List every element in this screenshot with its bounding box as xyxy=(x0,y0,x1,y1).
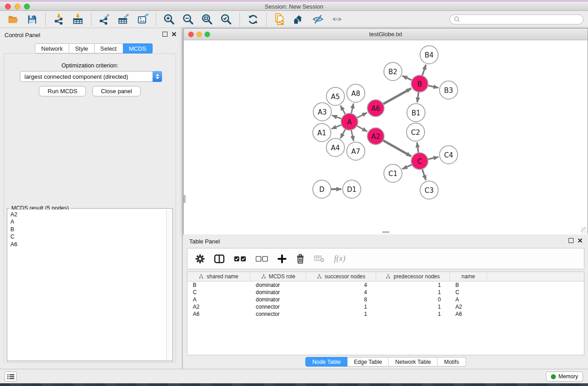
document-network-icon xyxy=(274,13,286,25)
table-row[interactable]: A6connector11A6 xyxy=(187,310,584,318)
task-history-button[interactable] xyxy=(5,372,17,381)
graph-node-D[interactable]: D xyxy=(313,180,331,198)
window-resize-grip[interactable] xyxy=(581,227,587,234)
graph-node-B1[interactable]: B1 xyxy=(407,104,425,122)
close-panel-icon[interactable] xyxy=(172,32,177,37)
refresh-view-button[interactable] xyxy=(245,12,261,27)
fit-content-button[interactable] xyxy=(200,12,215,27)
import-table-button[interactable] xyxy=(70,12,86,27)
network-canvas[interactable]: B4B2BB3A5A8A6B1A3AC2A1A2A4A7C4CC1C3DD1 xyxy=(184,40,588,234)
run-mcds-button[interactable]: Run MCDS xyxy=(39,86,86,96)
column-header-mcds-role[interactable]: MCDS role xyxy=(250,272,306,281)
graph-node-B2[interactable]: B2 xyxy=(384,62,402,81)
zoom-out-button[interactable] xyxy=(181,12,196,27)
deselect-all-columns-button[interactable] xyxy=(256,256,268,262)
svg-text:B: B xyxy=(417,80,422,88)
graph-node-C3[interactable]: C3 xyxy=(420,181,438,199)
unchecked-boxes-icon xyxy=(256,256,268,262)
import-network-button[interactable] xyxy=(51,12,67,27)
float-table-panel-button[interactable] xyxy=(569,238,574,243)
graph-node-C2[interactable]: C2 xyxy=(406,123,425,141)
table-panel-title: Table Panel xyxy=(189,238,220,245)
import-table-icon xyxy=(72,14,84,25)
memory-button[interactable]: Memory xyxy=(546,372,583,381)
tab-network[interactable]: Network xyxy=(35,43,69,53)
tab-mcds[interactable]: MCDS xyxy=(123,43,153,53)
mcds-result-item[interactable]: A6 xyxy=(8,241,166,248)
column-header-successor-nodes[interactable]: successor nodes xyxy=(306,272,376,281)
mcds-result-item[interactable]: C xyxy=(8,233,166,240)
graph-node-C[interactable]: C xyxy=(411,153,428,170)
graph-node-A2[interactable]: A2 xyxy=(368,128,384,145)
list-icon xyxy=(7,373,15,380)
zoom-in-button[interactable] xyxy=(162,12,177,27)
tab-select[interactable]: Select xyxy=(95,43,123,53)
graph-node-A7[interactable]: A7 xyxy=(347,142,365,160)
graph-node-A4[interactable]: A4 xyxy=(326,138,344,157)
column-header-name[interactable]: name xyxy=(450,272,487,281)
export-network-button[interactable] xyxy=(97,12,112,27)
graph-node-A3[interactable]: A3 xyxy=(313,103,331,121)
mcds-result-item[interactable]: A2 xyxy=(8,211,166,218)
criterion-select[interactable]: largest connected component (directed) xyxy=(20,71,162,82)
columns-icon xyxy=(214,254,225,263)
network-from-document-button[interactable] xyxy=(272,12,287,27)
open-file-button[interactable] xyxy=(5,12,21,27)
function-builder-button[interactable]: f(x) xyxy=(334,254,345,263)
delete-column-button[interactable] xyxy=(296,254,305,264)
table-cell: 4 xyxy=(306,289,376,296)
column-header-shared-name[interactable]: shared name xyxy=(187,272,250,281)
svg-text:D: D xyxy=(319,186,325,194)
graph-node-A6[interactable]: A6 xyxy=(368,100,384,117)
table-row[interactable]: A2connector11A2 xyxy=(187,303,584,310)
graph-node-B[interactable]: B xyxy=(411,76,428,92)
graph-node-B4[interactable]: B4 xyxy=(420,46,438,64)
float-panel-button[interactable] xyxy=(163,32,167,37)
graph-node-C1[interactable]: C1 xyxy=(384,164,402,182)
select-all-columns-button[interactable] xyxy=(234,256,246,262)
canvas-vertical-scroll-thumb[interactable] xyxy=(184,195,186,203)
tab-style[interactable]: Style xyxy=(69,43,95,53)
canvas-horizontal-scroll-thumb[interactable] xyxy=(382,231,389,233)
close-panel-button[interactable]: Close panel xyxy=(92,86,141,96)
show-column-button[interactable] xyxy=(214,254,225,263)
network-window-titlebar[interactable]: testGlobe.txt xyxy=(184,29,588,40)
svg-text:A3: A3 xyxy=(318,108,327,116)
graph-node-D1[interactable]: D1 xyxy=(343,180,361,198)
graph-node-B3[interactable]: B3 xyxy=(440,81,458,99)
svg-text:A6: A6 xyxy=(371,105,380,113)
graph-node-A5[interactable]: A5 xyxy=(326,87,344,105)
table-settings-button[interactable] xyxy=(196,254,205,263)
memory-label: Memory xyxy=(559,373,578,380)
result-scrollbar[interactable] xyxy=(166,210,172,360)
tab-motifs[interactable]: Motifs xyxy=(438,357,466,367)
save-session-button[interactable] xyxy=(24,12,40,27)
table-row[interactable]: Bdominator41B xyxy=(187,281,584,289)
export-table-button[interactable] xyxy=(116,12,131,27)
graph-node-A8[interactable]: A8 xyxy=(347,84,365,102)
tab-edge-table[interactable]: Edge Table xyxy=(348,357,389,367)
tab-network-table[interactable]: Network Table xyxy=(389,357,438,367)
export-network-icon xyxy=(99,14,110,25)
mcds-result-item[interactable]: A xyxy=(8,218,166,225)
mcds-result-item[interactable]: B xyxy=(8,226,166,233)
search-box[interactable] xyxy=(449,14,583,24)
tab-node-table[interactable]: Node Table xyxy=(306,357,348,367)
graph-node-A1[interactable]: A1 xyxy=(313,124,331,142)
graph-node-A[interactable]: A xyxy=(341,114,358,130)
houses-button[interactable] xyxy=(291,12,306,27)
zoom-selected-button[interactable] xyxy=(219,12,234,27)
graph-node-C4[interactable]: C4 xyxy=(440,146,458,164)
create-column-button[interactable] xyxy=(277,254,287,263)
app-titlebar: Session: New Session xyxy=(0,2,588,11)
close-table-panel-icon[interactable] xyxy=(578,238,583,243)
toolbar-separator xyxy=(266,13,267,26)
export-image-button[interactable] xyxy=(135,12,150,27)
show-graphics-details-button[interactable] xyxy=(329,12,344,27)
column-header-predecessor-nodes[interactable]: predecessor nodes xyxy=(376,272,450,281)
delete-table-button[interactable] xyxy=(314,255,325,262)
search-input[interactable] xyxy=(463,16,579,23)
hide-graphics-details-button[interactable] xyxy=(310,12,325,27)
table-row[interactable]: Adominator80A xyxy=(187,296,584,303)
table-row[interactable]: Cdominator41C xyxy=(187,289,584,296)
